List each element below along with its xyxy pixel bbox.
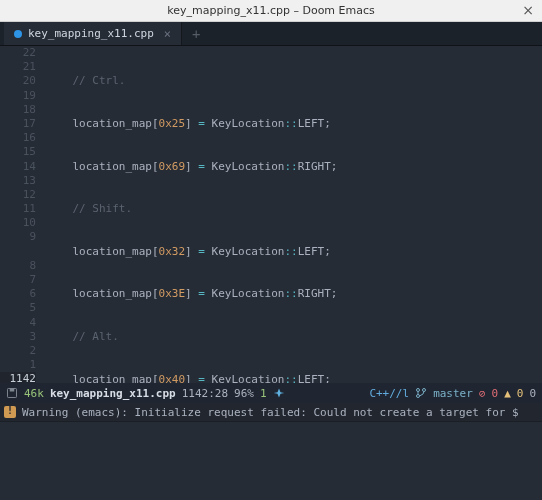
save-disk-icon (6, 387, 18, 399)
flycheck-warning-count: 0 (517, 387, 524, 400)
code-area[interactable]: // Ctrl. location_map[0x25] = KeyLocatio… (40, 46, 542, 383)
minibuffer[interactable]: Warning (emacs): Initialize request fail… (0, 403, 542, 421)
window-close-button[interactable]: × (522, 2, 534, 18)
tab-add-button[interactable]: + (182, 26, 210, 42)
tab-file-active[interactable]: key_mapping_x11.cpp × (4, 22, 182, 45)
tab-label: key_mapping_x11.cpp (28, 27, 154, 40)
modeline-filesize: 46k (24, 387, 44, 400)
flycheck-error-count: 0 (492, 387, 499, 400)
svg-point-4 (423, 389, 426, 392)
app-window: key_mapping_x11.cpp – Doom Emacs × key_m… (0, 0, 542, 500)
flycheck-info-count: 0 (529, 387, 536, 400)
modeline: 46k key_mapping_x11.cpp 1142:28 96% 1 C+… (0, 383, 542, 403)
code-editor[interactable]: 22 21 20 19 18 17 16 15 14 13 12 11 10 9… (0, 46, 542, 383)
tab-bar: key_mapping_x11.cpp × + (0, 22, 542, 46)
minibuffer-message: Warning (emacs): Initialize request fail… (22, 406, 519, 419)
window-title: key_mapping_x11.cpp – Doom Emacs (167, 4, 375, 17)
flycheck-error-icon: ⊘ (479, 387, 486, 400)
modeline-checker-count: 1 (260, 387, 267, 400)
fairy-icon (273, 387, 285, 399)
svg-point-3 (417, 395, 420, 398)
line-number-gutter: 22 21 20 19 18 17 16 15 14 13 12 11 10 9… (0, 46, 40, 383)
modeline-position: 1142:28 (182, 387, 228, 400)
modeline-percent: 96% (234, 387, 254, 400)
titlebar[interactable]: key_mapping_x11.cpp – Doom Emacs × (0, 0, 542, 22)
svg-rect-1 (10, 389, 15, 392)
git-branch-icon (415, 387, 427, 399)
warning-icon (4, 406, 16, 418)
modeline-major-mode: C++//l (369, 387, 409, 400)
tab-close-button[interactable]: × (164, 27, 171, 41)
flycheck-warning-icon: ▲ (504, 387, 511, 400)
empty-pane[interactable] (0, 422, 542, 500)
modeline-vc-branch: master (433, 387, 473, 400)
modeline-filename: key_mapping_x11.cpp (50, 387, 176, 400)
tab-modified-dot-icon (14, 30, 22, 38)
svg-point-2 (417, 389, 420, 392)
